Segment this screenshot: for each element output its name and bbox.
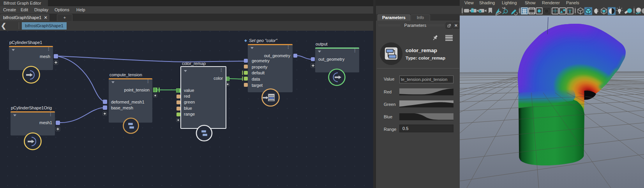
svg-text:T: T	[568, 9, 572, 14]
